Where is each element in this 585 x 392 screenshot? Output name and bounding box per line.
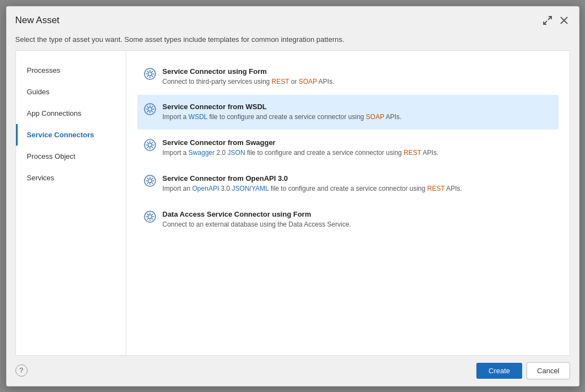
option-desc: Import an OpenAPI 3.0 JSON/YAML file to … xyxy=(163,184,552,194)
svg-point-13 xyxy=(148,214,152,218)
header-actions xyxy=(541,14,570,26)
option-item-swagger[interactable]: Service Connector from Swagger Import a … xyxy=(137,131,559,165)
service-connector-icon xyxy=(144,103,156,117)
sidebar-item-services[interactable]: Services xyxy=(16,167,126,189)
option-item-openapi[interactable]: Service Connector from OpenAPI 3.0 Impor… xyxy=(137,167,559,201)
svg-point-7 xyxy=(148,108,152,111)
create-button[interactable]: Create xyxy=(476,363,522,379)
option-title: Service Connector from Swagger xyxy=(163,138,552,147)
help-button[interactable]: ? xyxy=(15,364,28,377)
option-title: Service Connector using Form xyxy=(163,67,552,76)
option-item-form[interactable]: Service Connector using Form Connect to … xyxy=(137,60,559,94)
dialog-body: ProcessesGuidesApp ConnectionsService Co… xyxy=(15,50,570,356)
service-connector-icon xyxy=(144,68,156,82)
sidebar-item-guides[interactable]: Guides xyxy=(16,81,126,103)
sidebar: ProcessesGuidesApp ConnectionsService Co… xyxy=(16,51,126,355)
sidebar-item-service-connectors[interactable]: Service Connectors xyxy=(16,124,126,146)
dialog-footer: ? Create Cancel xyxy=(7,356,579,386)
cancel-button[interactable]: Cancel xyxy=(527,362,570,379)
svg-point-11 xyxy=(148,179,152,182)
svg-point-5 xyxy=(148,72,152,76)
svg-line-1 xyxy=(544,21,547,24)
sidebar-item-process-object[interactable]: Process Object xyxy=(16,146,126,167)
sidebar-item-processes[interactable]: Processes xyxy=(16,60,126,81)
expand-button[interactable] xyxy=(541,14,554,26)
dialog-subtitle: Select the type of asset you want. Some … xyxy=(7,32,579,50)
option-desc: Import a WSDL file to configure and crea… xyxy=(163,112,552,122)
dialog-header: New Asset xyxy=(7,7,579,32)
sidebar-item-app-connections[interactable]: App Connections xyxy=(16,103,126,124)
service-connector-icon xyxy=(144,175,156,189)
content-area: Service Connector using Form Connect to … xyxy=(126,51,570,355)
option-title: Service Connector from WSDL xyxy=(163,103,552,111)
option-title: Service Connector from OpenAPI 3.0 xyxy=(163,174,552,182)
option-desc: Connect to third-party services using RE… xyxy=(163,77,552,87)
svg-point-9 xyxy=(148,143,152,147)
service-connector-icon xyxy=(144,211,156,225)
option-item-wsdl[interactable]: Service Connector from WSDL Import a WSD… xyxy=(137,95,559,130)
service-connector-icon xyxy=(144,139,156,153)
new-asset-dialog: New Asset Select the type of asset you w… xyxy=(6,6,579,386)
option-desc: Import a Swagger 2.0 JSON file to config… xyxy=(163,148,552,158)
close-button[interactable] xyxy=(558,14,570,26)
dialog-title: New Asset xyxy=(15,15,60,26)
option-title: Data Access Service Connector using Form xyxy=(163,210,552,218)
option-item-data-access[interactable]: Data Access Service Connector using Form… xyxy=(137,202,559,237)
option-desc: Connect to an external database using th… xyxy=(163,220,552,229)
